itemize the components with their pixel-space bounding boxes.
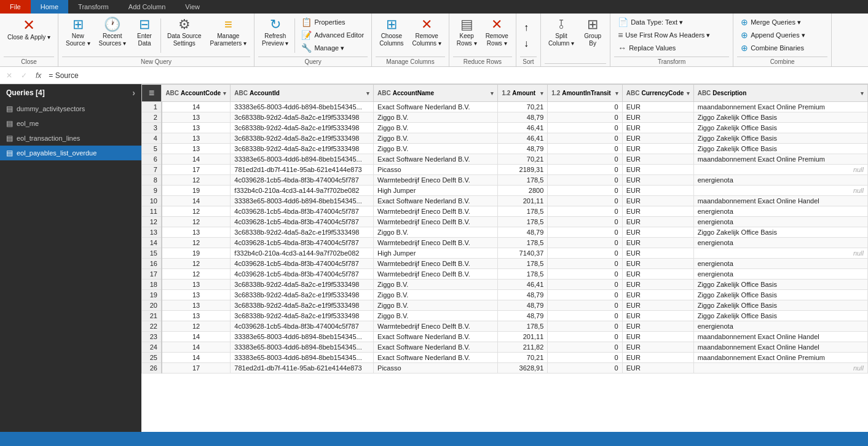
col-filter-description[interactable]: ▾: [861, 90, 864, 96]
data-table: ☰ ABC AccountCode ▾ ABC AccountId: [141, 84, 868, 374]
tab-home[interactable]: Home: [31, 0, 68, 14]
table-row[interactable]: 23 14 33383e65-8003-4dd6-b894-8beb154345…: [142, 332, 868, 342]
row-number: 24: [142, 342, 162, 353]
sidebar-item-eol-transaction-lines[interactable]: ▤ eol_transaction_lines: [0, 131, 141, 146]
merge-queries-button[interactable]: ⊕ Merge Queries ▾: [737, 16, 809, 28]
col-filter-currencycode[interactable]: ▾: [687, 90, 690, 96]
tab-view[interactable]: View: [175, 0, 210, 14]
manage-parameters-button[interactable]: ≡ ManageParameters ▾: [207, 16, 250, 49]
cell-accountid: 3c68338b-92d2-4da5-8a2c-e1f9f5333498: [231, 123, 374, 133]
col-filter-amount[interactable]: ▾: [540, 90, 543, 96]
group-by-button[interactable]: ⊞ GroupBy: [579, 16, 606, 49]
table-row[interactable]: 26 17 781ed2d1-db7f-411e-95ab-621e4144e8…: [142, 363, 868, 374]
sidebar-item-dummy-activitysectors[interactable]: ▤ dummy_activitysectors: [0, 101, 141, 116]
col-filter-accountname[interactable]: ▾: [491, 90, 494, 96]
append-queries-button[interactable]: ⊕ Append Queries ▾: [737, 29, 809, 41]
tab-transform[interactable]: Transform: [68, 0, 119, 14]
table-row[interactable]: 7 17 781ed2d1-db7f-411e-95ab-621e4144e87…: [142, 165, 868, 175]
tab-bar: File Home Transform Add Column View: [0, 0, 868, 14]
table-row[interactable]: 12 12 4c039628-1cb5-4bda-8f3b-474004c5f7…: [142, 217, 868, 227]
recent-sources-button[interactable]: 🕐 RecentSources ▾: [95, 16, 130, 49]
table-row[interactable]: 21 13 3c68338b-92d2-4da5-8a2c-e1f9f53334…: [142, 311, 868, 321]
tab-file[interactable]: File: [0, 0, 31, 14]
table-row[interactable]: 14 12 4c039628-1cb5-4bda-8f3b-474004c5f7…: [142, 238, 868, 248]
cell-accountid: 781ed2d1-db7f-411e-95ab-621e4144e873: [231, 165, 374, 175]
sort-asc-button[interactable]: ↑: [520, 21, 532, 34]
cell-currencycode: EUR: [622, 133, 693, 144]
cell-accountcode: 12: [162, 269, 231, 280]
cell-accountid: 4c039628-1cb5-4bda-8f3b-474004c5f787: [231, 321, 374, 332]
data-source-settings-button[interactable]: ⚙ Data SourceSettings: [164, 16, 205, 49]
cell-accountid: 3c68338b-92d2-4da5-8a2c-e1f9f5333498: [231, 311, 374, 321]
table-row[interactable]: 20 13 3c68338b-92d2-4da5-8a2c-e1f9f53334…: [142, 300, 868, 311]
status-bar: [0, 432, 868, 446]
ribbon-section-reduce-rows: ▤ KeepRows ▾ ✕ RemoveRows ▾ Reduce Rows: [449, 14, 516, 66]
sort-desc-button[interactable]: ↓: [520, 37, 532, 50]
row-number: 15: [142, 248, 162, 259]
split-column-button[interactable]: ⫱ SplitColumn ▾: [545, 16, 578, 49]
table-row[interactable]: 16 12 4c039628-1cb5-4bda-8f3b-474004c5f7…: [142, 259, 868, 269]
table-row[interactable]: 18 13 3c68338b-92d2-4da5-8a2c-e1f9f53334…: [142, 280, 868, 290]
manage-button[interactable]: 🔧 Manage ▾: [298, 42, 368, 54]
table-row[interactable]: 11 12 4c039628-1cb5-4bda-8f3b-474004c5f7…: [142, 206, 868, 217]
enter-data-button[interactable]: ⊟ EnterData: [131, 16, 158, 49]
new-source-button[interactable]: ⊞ NewSource ▾: [62, 16, 93, 49]
table-row[interactable]: 1 14 33383e65-8003-4dd6-b894-8beb154345.…: [142, 102, 868, 112]
close-apply-button[interactable]: ✕ Close & Apply ▾: [4, 16, 54, 43]
keep-rows-button[interactable]: ▤ KeepRows ▾: [453, 16, 481, 49]
cell-accountid: 3c68338b-92d2-4da5-8a2c-e1f9f5333498: [231, 227, 374, 238]
table-row[interactable]: 15 19 f332b4c0-210a-4cd3-a144-9a7f702be0…: [142, 248, 868, 259]
remove-columns-button[interactable]: ✕ RemoveColumns ▾: [409, 16, 445, 49]
table-row[interactable]: 8 12 4c039628-1cb5-4bda-8f3b-474004c5f78…: [142, 175, 868, 186]
cell-currencycode: EUR: [622, 300, 693, 311]
col-filter-amountintransit[interactable]: ▾: [615, 90, 618, 96]
table-row[interactable]: 25 14 33383e65-8003-4dd6-b894-8beb154345…: [142, 353, 868, 363]
sidebar-collapse-button[interactable]: ›: [132, 88, 135, 98]
refresh-preview-button[interactable]: ↻ RefreshPreview ▾: [258, 16, 292, 49]
choose-columns-button[interactable]: ⊞ ChooseColumns: [376, 16, 407, 49]
sidebar-item-eol-payables-list-overdue[interactable]: ▤ eol_payables_list_overdue: [0, 146, 141, 160]
table-row[interactable]: 2 13 3c68338b-92d2-4da5-8a2c-e1f9f533349…: [142, 112, 868, 123]
table-row[interactable]: 5 13 3c68338b-92d2-4da5-8a2c-e1f9f533349…: [142, 144, 868, 154]
table-row[interactable]: 3 13 3c68338b-92d2-4da5-8a2c-e1f9f533349…: [142, 123, 868, 133]
col-filter-accountid[interactable]: ▾: [366, 90, 369, 96]
col-header-AmountInTransit[interactable]: 1.2 AmountInTransit ▾: [548, 85, 622, 102]
replace-values-button[interactable]: ↔ Replace Values: [614, 42, 714, 54]
col-header-AccountName[interactable]: ABC AccountName ▾: [374, 85, 498, 102]
table-row[interactable]: 22 12 4c039628-1cb5-4bda-8f3b-474004c5f7…: [142, 321, 868, 332]
properties-button[interactable]: 📋 Properties: [298, 16, 368, 28]
table-row[interactable]: 19 13 3c68338b-92d2-4da5-8a2c-e1f9f53334…: [142, 290, 868, 300]
col-header-CurrencyCode[interactable]: ABC CurrencyCode ▾: [622, 85, 693, 102]
formula-confirm-button[interactable]: ✓: [17, 69, 31, 82]
col-header-AccountCode[interactable]: ABC AccountCode ▾: [162, 85, 231, 102]
manage-label: Manage ▾: [314, 44, 344, 52]
col-header-Amount[interactable]: 1.2 Amount ▾: [498, 85, 548, 102]
choose-columns-icon: ⊞: [386, 18, 397, 31]
table-row[interactable]: 10 14 33383e65-8003-4dd6-b894-8beb154345…: [142, 196, 868, 206]
table-row[interactable]: 9 19 f332b4c0-210a-4cd3-a144-9a7f702be08…: [142, 186, 868, 196]
advanced-editor-button[interactable]: 📝 Advanced Editor: [298, 29, 368, 41]
table-row[interactable]: 6 14 33383e65-8003-4dd6-b894-8beb154345.…: [142, 154, 868, 165]
data-area[interactable]: ☰ ABC AccountCode ▾ ABC AccountId: [141, 84, 868, 432]
remove-rows-button[interactable]: ✕ RemoveRows ▾: [482, 16, 512, 49]
sidebar-item-eol-me[interactable]: ▤ eol_me: [0, 116, 141, 131]
col-header-AccountId[interactable]: ABC AccountId ▾: [231, 85, 374, 102]
col-header-Description[interactable]: ABC Description ▾: [693, 85, 867, 102]
combine-binaries-button[interactable]: ⊕ Combine Binaries: [737, 42, 809, 54]
cell-accountname: Exact Software Nederland B.V.: [374, 102, 498, 112]
table-row[interactable]: 17 12 4c039628-1cb5-4bda-8f3b-474004c5f7…: [142, 269, 868, 280]
formula-cancel-button[interactable]: ✕: [2, 69, 16, 82]
tab-add-column[interactable]: Add Column: [119, 0, 176, 14]
cell-amountintransit: 0: [548, 353, 622, 363]
col-filter-accountcode[interactable]: ▾: [223, 90, 226, 96]
cell-description: maandabonnement Exact Online Premium: [693, 154, 867, 165]
table-row[interactable]: 24 14 33383e65-8003-4dd6-b894-8beb154345…: [142, 342, 868, 353]
cell-accountcode: 12: [162, 175, 231, 186]
cell-amount: 178,5: [498, 217, 548, 227]
table-row[interactable]: 4 13 3c68338b-92d2-4da5-8a2c-e1f9f533349…: [142, 133, 868, 144]
col-type-icon: ABC: [234, 90, 248, 96]
row-number: 12: [142, 217, 162, 227]
data-type-button[interactable]: 📄 Data Type: Text ▾: [614, 16, 714, 28]
use-first-row-button[interactable]: ≡ Use First Row As Headers ▾: [614, 29, 714, 41]
table-row[interactable]: 13 13 3c68338b-92d2-4da5-8a2c-e1f9f53334…: [142, 227, 868, 238]
